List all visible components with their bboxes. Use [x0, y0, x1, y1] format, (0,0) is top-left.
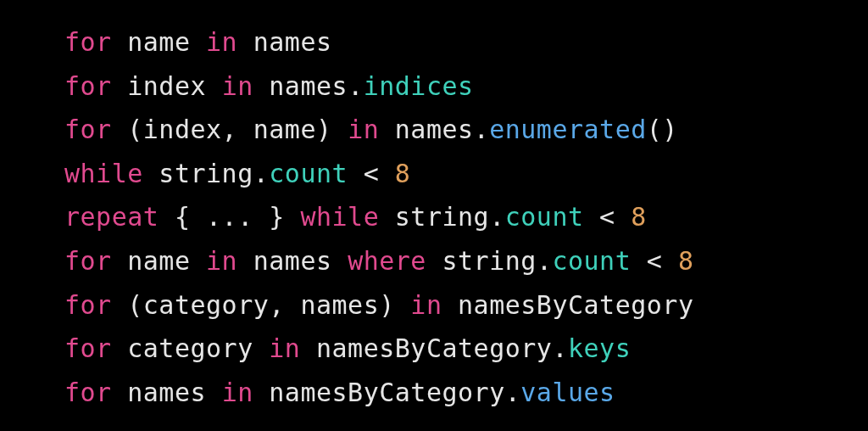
code-token: names: [253, 71, 348, 101]
code-token: names: [237, 246, 348, 276]
code-token: while: [300, 202, 379, 232]
code-token: .: [348, 71, 364, 101]
code-token: in: [222, 378, 253, 407]
code-token: .: [537, 246, 553, 276]
code-token: category: [112, 333, 270, 363]
code-token: count: [552, 246, 631, 276]
code-token: namesByCategory: [442, 290, 693, 320]
code-token: for: [64, 27, 112, 57]
code-token: in: [348, 115, 379, 144]
code-line: for index in names.indices: [64, 64, 804, 109]
code-token: 8: [395, 159, 411, 188]
code-line: for name in names where string.count < 8: [64, 239, 804, 283]
code-token: .: [552, 333, 568, 363]
code-token: for: [64, 333, 112, 363]
code-token: for: [64, 246, 112, 276]
code-token: (index, name): [112, 115, 348, 144]
code-token: <: [584, 202, 632, 232]
code-token: values: [520, 378, 615, 407]
code-token: for: [64, 115, 112, 144]
code-token: in: [206, 27, 237, 57]
code-token: count: [505, 202, 584, 232]
code-token: (): [647, 115, 678, 144]
code-token: { ... }: [159, 202, 300, 232]
code-token: index: [112, 71, 222, 101]
code-line: for (index, name) in names.enumerated(): [64, 108, 804, 152]
code-token: for: [64, 71, 112, 101]
code-token: name: [112, 246, 206, 276]
code-token: .: [253, 159, 270, 188]
code-token: in: [410, 290, 442, 320]
code-token: in: [222, 71, 253, 101]
code-line: for names in namesByCategory.values: [64, 371, 804, 415]
code-snippet: for name in namesfor index in names.indi…: [0, 0, 868, 431]
code-token: string: [143, 159, 253, 188]
code-token: .: [489, 202, 505, 232]
code-token: in: [269, 333, 300, 363]
code-line: for name in names: [64, 20, 804, 64]
code-line: for category in namesByCategory.keys: [64, 327, 804, 371]
code-token: for: [64, 290, 112, 320]
code-token: names: [112, 378, 222, 407]
code-token: in: [206, 246, 237, 276]
code-token: namesByCategory: [300, 333, 552, 363]
code-token: string: [379, 202, 489, 232]
code-token: .: [505, 378, 521, 407]
code-token: indices: [364, 71, 474, 101]
code-token: 8: [678, 246, 694, 276]
code-line: for (category, names) in namesByCategory: [64, 283, 804, 327]
code-token: name: [112, 27, 206, 57]
code-token: <: [631, 246, 678, 276]
code-token: .: [474, 115, 490, 144]
code-line: repeat { ... } while string.count < 8: [64, 195, 804, 239]
code-token: repeat: [64, 202, 159, 232]
code-token: enumerated: [489, 115, 647, 144]
code-token: names: [237, 27, 331, 57]
code-token: for: [64, 378, 112, 407]
code-token: where: [348, 246, 426, 276]
code-token: string: [426, 246, 537, 276]
code-line: while string.count < 8: [64, 152, 804, 196]
code-token: namesByCategory: [253, 378, 505, 407]
code-token: <: [348, 159, 395, 188]
code-token: keys: [568, 333, 631, 363]
code-token: names: [379, 115, 473, 144]
code-token: count: [269, 159, 348, 188]
code-token: while: [64, 159, 143, 188]
code-token: 8: [631, 202, 647, 232]
code-token: (category, names): [112, 290, 411, 320]
